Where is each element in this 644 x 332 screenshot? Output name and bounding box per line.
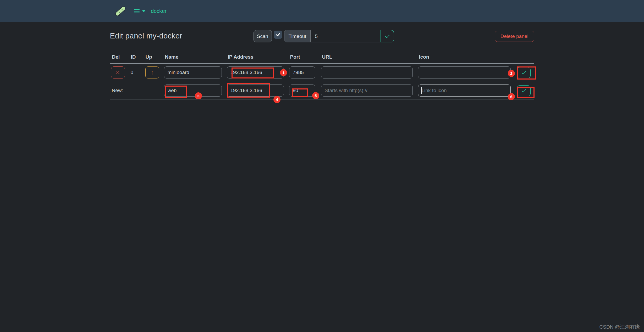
header-icon: Icon [417, 54, 514, 60]
text-cursor [421, 87, 422, 94]
row-id: 0 [129, 70, 144, 75]
x-icon [115, 70, 120, 75]
check-icon [521, 70, 527, 75]
arrow-up-icon: ↑ [151, 69, 154, 76]
new-row-label: New: [110, 88, 163, 93]
top-navbar: docker [0, 0, 644, 22]
services-table: Del ID Up Name IP Address Port URL Icon … [110, 51, 534, 99]
watermark: CSDN @江湖有缘 [599, 324, 640, 330]
check-icon [276, 32, 280, 37]
header-id: ID [129, 54, 144, 60]
brand-link[interactable]: docker [151, 8, 167, 14]
check-icon [521, 88, 527, 93]
save-row-button[interactable] [517, 67, 531, 78]
timeout-input[interactable] [311, 30, 381, 42]
new-ip-input[interactable] [227, 85, 284, 97]
header-url: URL [320, 54, 417, 60]
menu-button[interactable] [134, 9, 146, 13]
scan-checkbox[interactable] [274, 31, 282, 39]
chevron-down-icon [142, 10, 146, 12]
move-up-button[interactable]: ↑ [145, 66, 159, 78]
icon-input[interactable] [418, 66, 511, 78]
name-input[interactable] [164, 66, 222, 78]
timeout-input-group: Timeout [284, 30, 394, 42]
new-url-input[interactable] [321, 85, 413, 97]
delete-panel-button[interactable]: Delete panel [495, 31, 534, 42]
table-header-row: Del ID Up Name IP Address Port URL Icon [110, 51, 534, 64]
port-input[interactable] [289, 66, 315, 78]
add-row-button[interactable] [517, 85, 531, 96]
delete-row-button[interactable] [111, 66, 125, 78]
header-port: Port [288, 54, 320, 60]
edit-panel-page: Edit panel my-docker Scan Timeout Delete… [110, 22, 534, 99]
new-icon-input[interactable] [418, 85, 511, 97]
new-port-input[interactable] [289, 85, 315, 97]
scan-controls: Scan Timeout [254, 30, 394, 42]
header-up: Up [144, 54, 163, 60]
timeout-apply-button[interactable] [381, 30, 394, 42]
header-del: Del [110, 54, 129, 60]
timeout-label: Timeout [284, 30, 311, 42]
header-name: Name [163, 54, 226, 60]
page-header: Edit panel my-docker Scan Timeout Delete… [110, 31, 534, 51]
header-ip: IP Address [226, 54, 288, 60]
scan-button[interactable]: Scan [254, 30, 272, 42]
new-name-input[interactable] [164, 85, 222, 97]
url-input[interactable] [321, 66, 413, 78]
skateboard-logo-icon[interactable] [114, 4, 127, 19]
table-row: 0 ↑ [110, 64, 534, 81]
check-icon [384, 34, 390, 39]
hamburger-icon [134, 9, 140, 13]
new-entry-row: New: [110, 81, 534, 99]
ip-input[interactable] [227, 66, 284, 78]
